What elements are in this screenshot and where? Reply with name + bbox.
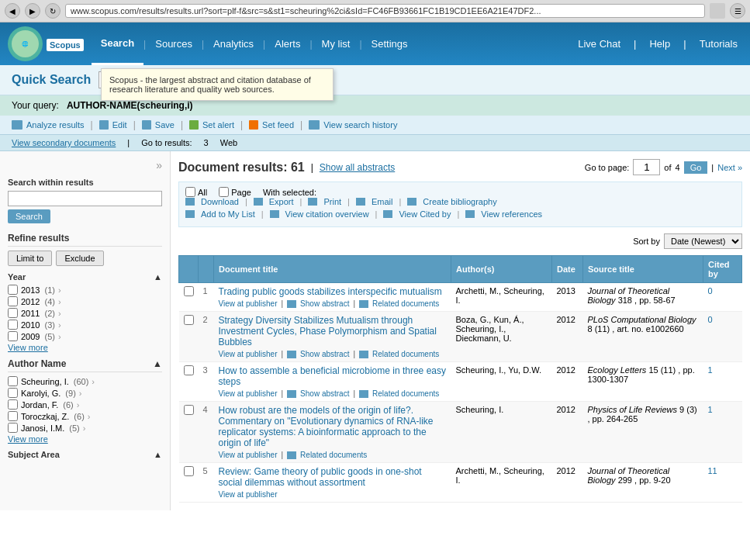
analyze-results-btn[interactable]: Analyze results — [26, 120, 85, 130]
row-2-action-view-at-publisher[interactable]: View at publisher — [219, 350, 278, 358]
row-5-title-link[interactable]: Review: Game theory of public goods in o… — [219, 466, 422, 488]
next-page-btn[interactable]: Next » — [717, 163, 742, 172]
table-row: 3How to assemble a beneficial microbiome… — [179, 362, 742, 402]
refresh-button[interactable]: ↻ — [45, 3, 60, 19]
row-2-action-related-documents[interactable]: Related documents — [372, 350, 439, 358]
row-2-action-show-abstract[interactable]: Show abstract — [300, 350, 349, 358]
sort-select[interactable]: Date (Newest) Date (Oldest) Cited by Rel… — [664, 233, 742, 249]
view-search-history-btn[interactable]: View search history — [323, 120, 397, 130]
back-button[interactable]: ◀ — [5, 3, 20, 19]
nav-sources[interactable]: Sources — [146, 22, 202, 65]
menu-button[interactable]: ☰ — [730, 3, 745, 19]
row-2-act-sep-1: | — [281, 350, 283, 358]
year-2011-checkbox[interactable] — [8, 308, 18, 318]
year-2010-checkbox[interactable] — [8, 320, 18, 330]
set-alert-btn[interactable]: Set alert — [202, 120, 234, 130]
author-scheuring-checkbox[interactable] — [8, 376, 18, 386]
row-2-title-link[interactable]: Strategy Diversity Stabilizes Mutualism … — [219, 315, 437, 347]
year-2012-checkbox[interactable] — [8, 296, 18, 306]
show-all-abstracts-link[interactable]: Show all abstracts — [320, 162, 395, 173]
row-3-cited-link[interactable]: 1 — [708, 365, 713, 375]
limit-to-btn[interactable]: Limit to — [8, 251, 52, 266]
author-janosi-label: Janosi, I.M. — [21, 423, 64, 433]
page-checkbox[interactable] — [219, 187, 229, 197]
view-references-btn[interactable]: View references — [481, 209, 542, 219]
author-name-header[interactable]: Author Name ▲ — [8, 358, 162, 372]
all-checkbox[interactable] — [185, 187, 195, 197]
nav-search[interactable]: Search — [92, 22, 143, 65]
tutorials-link[interactable]: Tutorials — [695, 38, 742, 50]
row-4-action-related-documents[interactable]: Related documents — [300, 451, 367, 459]
nav-mylist[interactable]: My list — [313, 22, 360, 65]
create-bibliography-btn[interactable]: Create bibliography — [423, 197, 496, 206]
search-within-btn[interactable]: Search — [8, 209, 50, 223]
set-feed-btn[interactable]: Set feed — [262, 120, 294, 130]
author-toroczkaj-checkbox[interactable] — [8, 411, 18, 421]
sidebar-collapse-btn[interactable]: » — [156, 159, 162, 171]
view-cited-by-btn[interactable]: View Cited by — [399, 209, 451, 219]
live-chat-link[interactable]: Live Chat — [573, 38, 625, 50]
row-1-checkbox[interactable] — [184, 286, 194, 296]
row-1-action-view-at-publisher[interactable]: View at publisher — [219, 299, 278, 308]
exclude-btn[interactable]: Exclude — [56, 251, 103, 266]
go-btn[interactable]: Go — [684, 161, 708, 174]
nav-alerts[interactable]: Alerts — [265, 22, 309, 65]
view-more-authors[interactable]: View more — [8, 434, 162, 444]
all-checkbox-label[interactable]: All — [185, 187, 207, 197]
row-3-title-link[interactable]: How to assemble a beneficial microbiome … — [219, 365, 446, 387]
edit-btn[interactable]: Edit — [112, 120, 127, 130]
author-scheuring-arrow: › — [92, 377, 95, 386]
address-bar[interactable]: www.scopus.com/results/results.url?sort=… — [65, 4, 705, 18]
subject-area-header[interactable]: Subject Area ▲ — [8, 450, 162, 459]
add-to-mylist-btn[interactable]: Add to My List — [201, 209, 255, 219]
row-5-action-view-at-publisher[interactable]: View at publisher — [219, 490, 278, 499]
row-4-title-link[interactable]: How robust are the models of the origin … — [219, 405, 434, 448]
author-janosi-checkbox[interactable] — [8, 423, 18, 433]
row-1-source-title: Journal of Theoretical Biology — [588, 286, 670, 305]
row-3-action-view-at-publisher[interactable]: View at publisher — [219, 389, 278, 398]
row-3-checkbox[interactable] — [184, 365, 194, 375]
row-4-action-view-at-publisher[interactable]: View at publisher — [219, 451, 278, 459]
email-btn[interactable]: Email — [372, 197, 393, 206]
print-btn[interactable]: Print — [323, 197, 341, 206]
pagination: Go to page: of 4 Go | Next » — [585, 159, 742, 175]
col-authors: Author(s) — [451, 256, 552, 283]
viewref-icon — [465, 210, 475, 218]
row-1-action-related-documents[interactable]: Related documents — [372, 299, 439, 308]
download-btn[interactable]: Download — [201, 197, 239, 206]
author-janosi-arrow: › — [83, 423, 86, 433]
year-2013-checkbox[interactable] — [8, 285, 18, 295]
row-4-cited-link[interactable]: 1 — [708, 405, 713, 414]
search-within-input[interactable] — [8, 191, 162, 206]
help-link[interactable]: Help — [645, 38, 675, 50]
row-5-cited-link[interactable]: 11 — [708, 466, 717, 475]
author-karolyi-checkbox[interactable] — [8, 388, 18, 398]
row-3-action-show-abstract[interactable]: Show abstract — [300, 389, 349, 398]
row-2-checkbox[interactable] — [184, 315, 194, 325]
page-checkbox-label[interactable]: Page — [219, 187, 251, 197]
forward-button[interactable]: ▶ — [25, 3, 40, 19]
view-secondary-docs-link[interactable]: View secondary documents — [12, 138, 116, 147]
export-btn[interactable]: Export — [269, 197, 294, 206]
row-1-action-show-abstract[interactable]: Show abstract — [300, 299, 349, 308]
nav-settings[interactable]: Settings — [362, 22, 417, 65]
author-jordan-checkbox[interactable] — [8, 399, 18, 410]
go-to-page-label: Go to page: — [585, 163, 630, 172]
row-5-checkbox[interactable] — [184, 466, 194, 476]
row-4-checkbox[interactable] — [184, 405, 194, 415]
show-abstract-icon — [287, 351, 296, 358]
year-2009-checkbox[interactable] — [8, 331, 18, 341]
year-2009-arrow: › — [58, 332, 61, 341]
nav-analytics[interactable]: Analytics — [204, 22, 263, 65]
sep-1: | — [91, 119, 93, 130]
sel-sep-2: | — [300, 197, 302, 206]
site-header: 🌐 Scopus Search | Sources | Analytics | … — [0, 22, 750, 65]
view-citation-overview-btn[interactable]: View citation overview — [285, 209, 369, 219]
row-3-action-related-documents[interactable]: Related documents — [372, 389, 439, 398]
page-input[interactable] — [633, 159, 660, 175]
view-more-years[interactable]: View more — [8, 343, 162, 352]
save-btn[interactable]: Save — [155, 120, 175, 130]
search-within-label: Search within results — [8, 178, 162, 187]
year-filter-header[interactable]: Year ▲ — [8, 272, 162, 282]
row-1-title-link[interactable]: Trading public goods stabilizes interspe… — [219, 286, 442, 297]
